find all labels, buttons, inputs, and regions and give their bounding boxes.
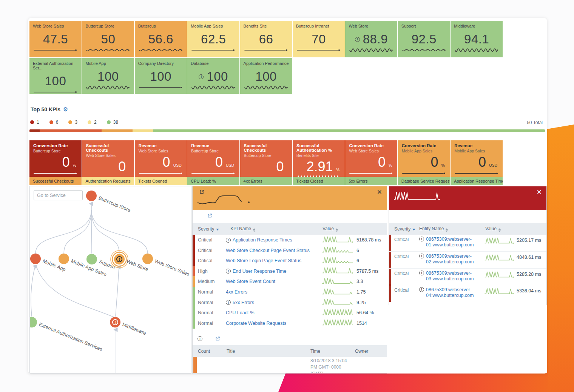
column-severity[interactable]: Severity [198, 226, 219, 232]
event-groups-header: ! [198, 336, 220, 341]
column-time[interactable]: Time [310, 349, 320, 354]
status-tile-buttercup-intranet[interactable]: Buttercup Intranet 70 [293, 21, 345, 57]
kpi-strip-cell[interactable]: Successful Checkouts [29, 177, 82, 185]
entity-row[interactable]: Critical !08675309:webserver-03:www.butt… [389, 269, 546, 286]
tile-value: 88.9 [363, 32, 388, 46]
kpi-tile-revenue[interactable]: Revenue Buttercup Store 0 USD [187, 140, 239, 177]
column-owner[interactable]: Owner [355, 349, 368, 354]
kpi-row[interactable]: Normal !5xx Errors 9.25 [193, 297, 387, 308]
view-all-link[interactable] [214, 337, 220, 341]
column-value[interactable]: Value [322, 226, 338, 232]
kpi-table-header: Severity KPI Name Value [193, 223, 387, 235]
service-node-label: Support [98, 258, 116, 270]
service-node-external-authorization-services[interactable] [30, 317, 37, 327]
kpi-row[interactable]: Normal CPU Load: % 56.64 % [193, 307, 387, 318]
service-node-support[interactable] [86, 254, 97, 264]
kpi-tile-conversion-rate[interactable]: Conversion Rate Mobile App Sales 0 % [398, 140, 450, 177]
kpi-strip-cell[interactable]: Tickets Opened [135, 177, 187, 185]
kpi-strip-cell[interactable]: Application Response Time [451, 177, 503, 185]
kpi-name-link[interactable]: !End User Response Time [226, 269, 286, 274]
service-node-web-store-sales[interactable] [142, 254, 153, 264]
entity-name-link[interactable]: !08675309:webserver-04:www.buttercup.com [419, 287, 480, 298]
column-count[interactable]: Count [198, 349, 210, 354]
kpi-name-link[interactable]: Web Store Login Page Event Status [226, 258, 301, 263]
entity-name-link[interactable]: !08675309:webserver-02:www.buttercup.com [419, 254, 480, 265]
open-deep-dive-link[interactable] [206, 214, 212, 218]
kpi-value: 3.3 [356, 279, 363, 284]
kpi-tile-successful-checkouts[interactable]: Successful Checkouts Buttercup Store 0 [240, 140, 292, 177]
kpi-row[interactable]: High !End User Response Time 5787.5 ms [193, 266, 387, 277]
tile-value: 100 [255, 69, 277, 84]
kpi-tile-revenue[interactable]: Revenue Mobile App Sales 0 USD [451, 140, 503, 177]
status-tile-benefits-site[interactable]: Benefits Site 66 [240, 21, 292, 57]
entity-row[interactable]: Critical !08675309:webserver-04:www.butt… [389, 285, 546, 302]
kpi-row[interactable]: Normal 4xx Errors 1.75 [193, 287, 387, 297]
entity-name-link[interactable]: !08675309:webserver-03:www.buttercup.com [419, 271, 480, 282]
kpi-row[interactable]: Medium Web Store Event Count 3.3 [193, 276, 387, 287]
sparkline [244, 47, 289, 53]
kpi-row[interactable]: Critical Web Store Checkout Page Event S… [193, 245, 387, 256]
column-kpi-name[interactable]: KPI Name [230, 226, 255, 232]
column-title[interactable]: Title [227, 349, 235, 354]
entity-row[interactable]: Critical !08675309:webserver-01:www.butt… [389, 235, 546, 252]
status-tile-mobile-app-sales[interactable]: Mobile App Sales 62.5 [187, 21, 239, 57]
kpi-row[interactable]: Critical !Application Response Times 516… [193, 235, 387, 245]
column-value[interactable]: Value [485, 226, 501, 232]
kpi-tile-successful-checkouts[interactable]: Successful Checkouts Web Store Sales 0 [82, 140, 134, 177]
sparkline [322, 236, 353, 243]
service-node-mobile-app-sales[interactable] [59, 254, 69, 264]
tile-label: Mobile App [85, 61, 131, 66]
kpi-name-link[interactable]: Web Store Checkout Page Event Status [226, 248, 310, 253]
service-node-buttercup-store[interactable] [86, 191, 97, 201]
event-row[interactable]: 8/10/2018 3:15:04PM GMT+0000(GMT) [193, 357, 387, 374]
go-to-service-input[interactable] [34, 190, 83, 200]
status-tile-external-authorization-ser-[interactable]: External Authorization Ser... 100 [29, 58, 82, 94]
kpi-tile-successful-authentication-[interactable]: Successful Authentication % Benefits Sit… [293, 140, 345, 177]
status-tile-middleware[interactable]: Middleware 94.1 [451, 21, 503, 57]
kpi-tile-value: 0 [478, 154, 486, 170]
external-link-icon [208, 214, 212, 218]
status-tile-web-store[interactable]: Web Store ! 88.9 [345, 21, 397, 57]
kpi-name-link[interactable]: !Application Response Times [226, 237, 292, 243]
kpi-tile-revenue[interactable]: Revenue Web Store Sales 0 USD [135, 140, 187, 177]
kpi-strip-cell[interactable]: Tickets Closed [293, 177, 345, 185]
status-tile-buttercup[interactable]: Buttercup 56.6 [135, 21, 187, 57]
gear-icon[interactable]: ⚙ [63, 106, 68, 113]
entity-row[interactable]: Critical !08675309:webserver-02:www.butt… [389, 252, 546, 269]
kpi-name-link[interactable]: Web Store Event Count [226, 279, 275, 284]
status-tile-buttercup-store[interactable]: Buttercup Store 50 [82, 21, 134, 57]
status-tile-company-directory[interactable]: Company Directory 100 [135, 58, 187, 94]
service-node-mobile-app[interactable] [30, 254, 41, 264]
legend-count: 2 [94, 120, 97, 125]
kpi-name-link[interactable]: Corporate Website Requests [226, 321, 286, 326]
close-icon[interactable]: ✕ [377, 189, 382, 195]
kpi-name-link[interactable]: 4xx Errors [226, 289, 247, 295]
service-node-label: External Authorization Services [38, 321, 103, 352]
severity-bar-segment [40, 129, 102, 132]
kpi-tile-conversion-rate[interactable]: Conversion Rate Web Store Sales 0 % [345, 140, 397, 177]
kpi-severity: Critical [198, 248, 212, 253]
status-tile-support[interactable]: Support 92.5 [398, 21, 450, 57]
kpi-strip-cell[interactable]: Authentication Requests [82, 177, 134, 185]
sparkline [322, 246, 353, 253]
kpi-row[interactable]: Critical Web Store Login Page Event Stat… [193, 255, 387, 266]
status-tile-application-performance[interactable]: Application Performance 100 [240, 58, 292, 94]
kpi-strip-cell[interactable]: 5xx Errors [345, 177, 397, 185]
column-entity-name[interactable]: Entity Name [419, 226, 448, 232]
status-tile-web-store-sales[interactable]: Web Store Sales 47.5 [29, 21, 82, 57]
kpi-name-link[interactable]: !5xx Errors [226, 300, 254, 305]
status-tile-mobile-app[interactable]: Mobile App 100 [82, 58, 134, 94]
tile-value: 100 [207, 69, 228, 84]
entity-name-link[interactable]: !08675309:webserver-01:www.buttercup.com [419, 237, 480, 248]
kpi-name-link[interactable]: CPU Load: % [226, 310, 255, 315]
kpi-strip-cell[interactable]: 4xx Errors [240, 177, 292, 185]
alert-circle-icon: ! [419, 254, 424, 258]
kpi-strip-cell[interactable]: Database Service Requests [398, 177, 450, 185]
kpi-strip-cell[interactable]: CPU Load: % [187, 177, 239, 185]
severity-bar-segment [133, 129, 153, 132]
kpi-row[interactable]: Normal Corporate Website Requests 1514 [193, 318, 387, 329]
kpi-tile-conversion-rate[interactable]: Conversion Rate Buttercup Store 0 % [29, 140, 82, 177]
close-icon[interactable]: ✕ [537, 189, 542, 195]
column-severity[interactable]: Severity [394, 226, 415, 232]
status-tile-database[interactable]: Database ! 100 [187, 58, 239, 94]
